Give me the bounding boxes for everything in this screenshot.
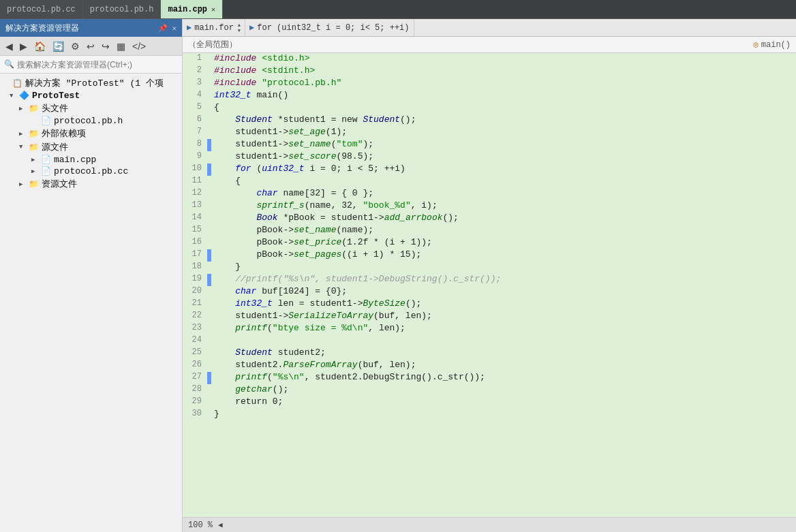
forward2-button[interactable]: ↪ [99,40,112,53]
scroll-left-icon[interactable]: ◀ [218,520,223,529]
table-row: 4int32_t main() [183,90,796,102]
file-icon: 📄 [41,116,51,126]
nav-right-arrow: ▶ [249,22,254,33]
tree-item-external-deps[interactable]: ▶ 📁 外部依赖项 [0,127,182,140]
line-content[interactable]: Student *student1 = new Student(); [211,114,796,127]
pin-icon[interactable]: 📌 [158,24,168,33]
line-number: 1 [183,53,207,65]
tree-item-prototest[interactable]: ▼ 🔷 ProtoTest [0,90,182,101]
tab-main-cpp[interactable]: main.cpp ✕ [161,0,223,18]
tree-label: protocol.pb.h [54,116,123,126]
line-content[interactable]: #include <stdint.h> [211,65,796,78]
line-number: 21 [183,298,207,311]
line-content[interactable]: student1->set_name("tom"); [211,139,796,151]
tree-label: protocol.pb.cc [54,166,128,176]
line-content[interactable]: #include "protocol.pb.h" [211,78,796,90]
line-content[interactable]: char name[32] = { 0 }; [211,188,796,200]
tab-protocol-pb-cc[interactable]: protocol.pb.cc [0,0,83,18]
line-content[interactable]: student1->set_age(1); [211,127,796,139]
scope-right: ◎ main() [754,40,791,50]
line-number: 14 [183,213,207,225]
line-content[interactable]: char buf[1024] = {0}; [211,286,796,298]
columns-button[interactable]: ▦ [114,40,128,53]
line-content[interactable]: pBook->set_pages((i + 1) * 15); [211,249,796,262]
sidebar-titlebar-icons: 📌 ✕ [158,24,177,33]
tree-item-protocol-h[interactable]: 📄 protocol.pb.h [0,115,182,127]
table-row: 19 //printf("%s\n", student1->DebugStrin… [183,274,796,286]
line-content[interactable]: sprintf_s(name, 32, "book_%d", i); [211,200,796,213]
scope-global: （全局范围） [188,39,237,50]
line-content[interactable]: student1->set_score(98.5); [211,151,796,163]
settings-button[interactable]: ⚙ [68,40,82,53]
tree-label: main.cpp [54,155,96,165]
table-row: 22 student1->SerializeToArray(buf, len); [183,311,796,323]
line-content[interactable]: pBook->set_name(name); [211,225,796,237]
nav-down-icon[interactable]: ▼ [238,28,241,33]
table-row: 28 getchar(); [183,384,796,396]
tab-bar: protocol.pb.cc protocol.pb.h main.cpp ✕ [0,0,796,19]
code-button[interactable]: </> [129,40,149,53]
line-content[interactable]: { [211,102,796,114]
table-row: 6 Student *student1 = new Student(); [183,114,796,127]
tab-label: main.cpp [168,5,207,14]
tab-protocol-pb-h[interactable]: protocol.pb.h [83,0,162,18]
line-content[interactable] [211,335,796,347]
line-number: 28 [183,384,207,396]
arrow-icon: ▼ [19,144,29,151]
line-content[interactable]: return 0; [211,396,796,409]
close-icon[interactable]: ✕ [172,24,177,33]
nav-path: main.for [194,23,234,33]
tree-item-solution[interactable]: 📋 解决方案 "ProtoTest" (1 个项 [0,76,182,90]
table-row: 3#include "protocol.pb.h" [183,78,796,90]
tree-item-protocol-cc[interactable]: ▶ 📄 protocol.pb.cc [0,166,182,177]
line-content[interactable]: pBook->set_price(1.2f * (i + 1)); [211,237,796,249]
line-content[interactable]: for (uint32_t i = 0; i < 5; ++i) [211,163,796,176]
table-row: 27 printf("%s\n", student2.DebugString()… [183,372,796,384]
tree-item-resource-folder[interactable]: ▶ 📁 资源文件 [0,177,182,191]
line-content[interactable]: #include <stdio.h> [211,53,796,65]
table-row: 11 { [183,176,796,188]
nav-left-arrow: ▶ [187,22,192,33]
line-content[interactable]: student1->SerializeToArray(buf, len); [211,311,796,323]
scope-function: main() [761,40,791,50]
line-number: 23 [183,323,207,335]
line-content[interactable]: } [211,409,796,421]
line-number: 15 [183,225,207,237]
code-editor[interactable]: 1#include <stdio.h>2#include <stdint.h>3… [183,53,796,517]
line-number: 12 [183,188,207,200]
line-content[interactable]: Book *pBook = student1->add_arrbook(); [211,213,796,225]
back-button[interactable]: ◀ [3,40,16,53]
tree-item-source-folder[interactable]: ▼ 📁 源文件 [0,140,182,154]
forward-button[interactable]: ▶ [17,40,30,53]
back2-button[interactable]: ↩ [84,40,97,53]
tree-item-main-cpp[interactable]: ▶ 📄 main.cpp [0,154,182,166]
line-content[interactable]: int32_t main() [211,90,796,102]
solution-icon: 📋 [12,78,22,89]
line-content[interactable]: student2.ParseFromArray(buf, len); [211,360,796,372]
table-row: 26 student2.ParseFromArray(buf, len); [183,360,796,372]
sidebar-titlebar: 解决方案资源管理器 📌 ✕ [0,19,182,37]
line-content[interactable]: //printf("%s\n", student1->DebugString()… [211,274,796,286]
table-row: 25 Student student2; [183,347,796,360]
table-row: 20 char buf[1024] = {0}; [183,286,796,298]
line-content[interactable]: printf("%s\n", student2.DebugString().c_… [211,372,796,384]
search-input[interactable] [17,60,178,69]
home-button[interactable]: 🏠 [31,40,48,53]
line-content[interactable]: printf("btye size = %d\n", len); [211,323,796,335]
line-content[interactable]: int32_t len = student1->ByteSize(); [211,298,796,311]
table-row: 17 pBook->set_pages((i + 1) * 15); [183,249,796,262]
line-content[interactable]: getchar(); [211,384,796,396]
line-number: 10 [183,163,207,176]
line-number: 6 [183,114,207,127]
scope-icon: ◎ [754,40,759,50]
line-content[interactable]: { [211,176,796,188]
code-nav-bar: ▶ main.for ▲ ▼ ▶ for (uint32_t i = 0; i<… [183,19,796,37]
tree-item-header-folder[interactable]: ▶ 📁 头文件 [0,101,182,115]
nav-stepper[interactable]: ▲ ▼ [238,22,241,33]
line-content[interactable]: } [211,262,796,274]
refresh-button[interactable]: 🔄 [50,40,67,53]
tab-close-icon[interactable]: ✕ [211,5,215,14]
line-content[interactable]: Student student2; [211,347,796,360]
nav-up-icon[interactable]: ▲ [238,22,241,28]
tree-area: 📋 解决方案 "ProtoTest" (1 个项 ▼ 🔷 ProtoTest ▶… [0,74,182,532]
